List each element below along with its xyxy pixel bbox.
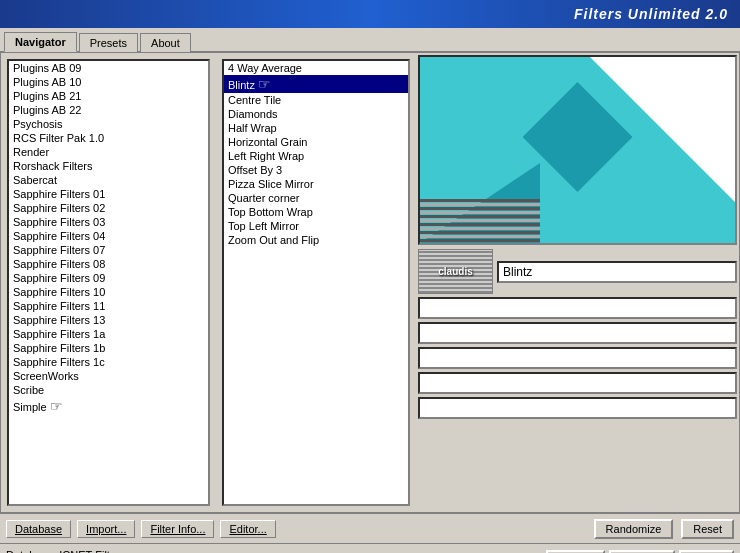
right-list-item[interactable]: 4 Way Average	[224, 61, 408, 75]
main-content: Plugins AB 09Plugins AB 10Plugins AB 21P…	[0, 53, 740, 513]
right-list-item[interactable]: Top Left Mirror	[224, 219, 408, 233]
filter-icon-text: claudis	[438, 266, 472, 277]
left-list-item[interactable]: Sabercat	[9, 173, 208, 187]
param-row-3[interactable]	[418, 347, 737, 369]
right-list-item[interactable]: Pizza Slice Mirror	[224, 177, 408, 191]
left-list-item[interactable]: Sapphire Filters 10	[9, 285, 208, 299]
left-list-item[interactable]: Simple ☞	[9, 397, 208, 415]
right-action-buttons: Randomize Reset	[594, 519, 734, 539]
bottom-bar: Database Import... Filter Info... Editor…	[0, 513, 740, 543]
filter-info-button[interactable]: Filter Info...	[141, 520, 214, 538]
editor-button[interactable]: Editor...	[220, 520, 275, 538]
left-list-item[interactable]: Sapphire Filters 04	[9, 229, 208, 243]
left-panel: Plugins AB 09Plugins AB 10Plugins AB 21P…	[1, 53, 216, 512]
left-list-item[interactable]: Sapphire Filters 02	[9, 201, 208, 215]
preview-area	[418, 55, 737, 245]
left-list-item[interactable]: Sapphire Filters 1c	[9, 355, 208, 369]
filter-icon-box: claudis	[418, 249, 493, 294]
left-list-item[interactable]: Sapphire Filters 1a	[9, 327, 208, 341]
import-button[interactable]: Import...	[77, 520, 135, 538]
title-bar: Filters Unlimited 2.0	[0, 0, 740, 28]
param-row-1[interactable]	[418, 297, 737, 319]
right-list-item[interactable]: Centre Tile	[224, 93, 408, 107]
left-list-item[interactable]: Scribe	[9, 383, 208, 397]
right-list-item[interactable]: Left Right Wrap	[224, 149, 408, 163]
left-list-item[interactable]: Plugins AB 09	[9, 61, 208, 75]
tab-bar: Navigator Presets About	[0, 28, 740, 53]
left-list-item[interactable]: Sapphire Filters 11	[9, 299, 208, 313]
left-list-item[interactable]: Rorshack Filters	[9, 159, 208, 173]
right-list-item[interactable]: Half Wrap	[224, 121, 408, 135]
filter-list[interactable]: 4 Way AverageBlintz ☞Centre TileDiamonds…	[222, 59, 410, 506]
left-list-item[interactable]: Sapphire Filters 08	[9, 257, 208, 271]
right-list-item[interactable]: Quarter corner	[224, 191, 408, 205]
left-list-item[interactable]: RCS Filter Pak 1.0	[9, 131, 208, 145]
randomize-button[interactable]: Randomize	[594, 519, 674, 539]
left-list-item[interactable]: Render	[9, 145, 208, 159]
left-list-item[interactable]: Sapphire Filters 1b	[9, 341, 208, 355]
right-list-item[interactable]: Diamonds	[224, 107, 408, 121]
preview-panel: claudis Blintz	[416, 53, 739, 512]
status-bar: Database: ICNET-Filters Filters: 4629 ☞ …	[0, 543, 740, 553]
right-list-item[interactable]: Blintz ☞	[224, 75, 408, 93]
param-row-5[interactable]	[418, 397, 737, 419]
stripe-area	[420, 198, 540, 243]
right-list-item[interactable]: Horizontal Grain	[224, 135, 408, 149]
reset-button[interactable]: Reset	[681, 519, 734, 539]
right-section: 4 Way AverageBlintz ☞Centre TileDiamonds…	[216, 53, 739, 512]
tab-presets[interactable]: Presets	[79, 33, 138, 52]
left-list-item[interactable]: Plugins AB 22	[9, 103, 208, 117]
tab-navigator[interactable]: Navigator	[4, 32, 77, 52]
param-row-2[interactable]	[418, 322, 737, 344]
right-list-item[interactable]: Offset By 3	[224, 163, 408, 177]
left-list-item[interactable]: Sapphire Filters 03	[9, 215, 208, 229]
left-list-item[interactable]: Sapphire Filters 09	[9, 271, 208, 285]
left-list-item[interactable]: Sapphire Filters 01	[9, 187, 208, 201]
status-info: Database: ICNET-Filters Filters: 4629	[6, 549, 524, 553]
database-button[interactable]: Database	[6, 520, 71, 538]
preview-image	[420, 57, 735, 243]
left-list-item[interactable]: Sapphire Filters 13	[9, 313, 208, 327]
left-list-item[interactable]: Plugins AB 10	[9, 75, 208, 89]
left-list-item[interactable]: Plugins AB 21	[9, 89, 208, 103]
filter-name-row: claudis Blintz	[418, 249, 737, 294]
filter-name-display: Blintz	[497, 261, 737, 283]
filter-list-panel: 4 Way AverageBlintz ☞Centre TileDiamonds…	[216, 53, 416, 512]
database-status: Database: ICNET-Filters	[6, 549, 524, 553]
app-title: Filters Unlimited 2.0	[574, 6, 728, 22]
tab-about[interactable]: About	[140, 33, 191, 52]
category-list[interactable]: Plugins AB 09Plugins AB 10Plugins AB 21P…	[7, 59, 210, 506]
param-row-4[interactable]	[418, 372, 737, 394]
left-list-item[interactable]: ScreenWorks	[9, 369, 208, 383]
right-list-item[interactable]: Top Bottom Wrap	[224, 205, 408, 219]
right-list-item[interactable]: Zoom Out and Flip	[224, 233, 408, 247]
left-list-item[interactable]: Sapphire Filters 07	[9, 243, 208, 257]
left-list-item[interactable]: Psychosis	[9, 117, 208, 131]
